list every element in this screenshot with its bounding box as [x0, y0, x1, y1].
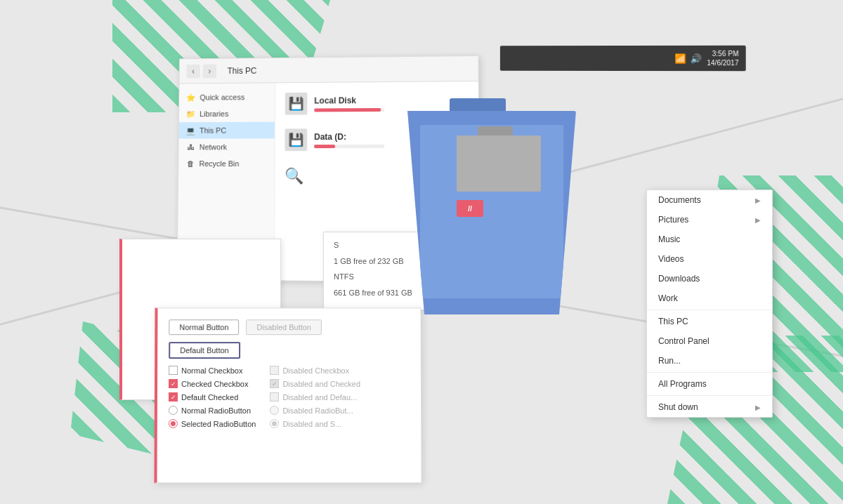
disabled-checkbox-box: [270, 366, 279, 375]
menu-item-thispc[interactable]: This PC: [647, 312, 772, 331]
recyclebin-icon: 🗑: [185, 159, 195, 168]
disabled-default-item: Disabled and Defau...: [270, 392, 360, 402]
buttons-row-1: Normal Button Disabled Button: [169, 319, 409, 335]
menu-label-music: Music: [658, 234, 680, 244]
volume-icon: 🔊: [690, 53, 701, 63]
checked-checkbox-item[interactable]: ✓ Checked Checkbox: [169, 379, 256, 388]
disabled-radio-label: Disabled RadioBut...: [282, 406, 353, 415]
normal-checkbox-item[interactable]: Normal Checkbox: [169, 366, 256, 375]
sidebar-item-quickaccess[interactable]: ⭐ Quick access: [179, 88, 275, 105]
drive-bar-bg-local: [314, 107, 384, 112]
menu-divider-1: [647, 310, 772, 310]
disabled-selected-radio-item: Disabled and S...: [270, 419, 360, 428]
disabled-button: Disabled Button: [246, 319, 321, 335]
menu-label-documents: Documents: [658, 195, 701, 205]
disabled-checked-item: ✓ Disabled and Checked: [270, 379, 360, 388]
menu-item-downloads[interactable]: Downloads: [647, 269, 772, 289]
menu-label-downloads: Downloads: [658, 274, 700, 284]
normal-radio-circle[interactable]: [169, 406, 178, 415]
normal-radio-label: Normal RadioButton: [181, 406, 251, 415]
menu-item-music[interactable]: Music: [647, 230, 772, 249]
checked-checkbox-box[interactable]: ✓: [169, 379, 178, 388]
menu-label-run: Run...: [658, 356, 681, 366]
clock-date: 14/6/2017: [707, 58, 738, 67]
network-label: Network: [200, 142, 227, 151]
checkboxes-col-left: Normal Checkbox ✓ Checked Checkbox ✓ Def…: [169, 366, 256, 428]
selected-radio-circle[interactable]: [169, 419, 178, 428]
quickaccess-icon: ⭐: [186, 93, 196, 102]
explorer-title: This PC: [228, 64, 471, 76]
menu-label-allprograms: All Programs: [658, 379, 707, 389]
disabled-radio-item: Disabled RadioBut...: [270, 406, 360, 415]
menu-item-work[interactable]: Work: [647, 289, 772, 308]
sidebar-item-network[interactable]: 🖧 Network: [178, 138, 274, 155]
default-button[interactable]: Default Button: [169, 342, 240, 359]
folder-gray-body: [457, 135, 541, 192]
sidebar-item-thispc[interactable]: 💻 This PC: [179, 122, 275, 139]
menu-arrow-documents: ▶: [755, 197, 761, 204]
checkboxes-col-right: Disabled Checkbox ✓ Disabled and Checked…: [270, 366, 360, 428]
normal-checkbox-box[interactable]: [169, 366, 178, 375]
titlebar-nav[interactable]: ‹ ›: [186, 64, 216, 78]
red-folder-button: //: [457, 200, 483, 217]
drive-bar-bg-data: [314, 144, 384, 147]
selected-radio-label: Selected RadioButton: [181, 420, 256, 428]
normal-button[interactable]: Normal Button: [169, 319, 239, 335]
context-menu: Documents ▶ Pictures ▶ Music Videos Down…: [646, 190, 773, 418]
menu-item-pictures[interactable]: Pictures ▶: [647, 210, 772, 230]
buttons-row-2: Default Button: [169, 342, 410, 359]
menu-label-videos: Videos: [658, 254, 684, 264]
taskbar: 📶 🔊 3:56 PM 14/6/2017: [500, 46, 746, 71]
menu-item-documents[interactable]: Documents ▶: [647, 190, 772, 210]
folder-blue-tab: [450, 98, 506, 112]
normal-radio-item[interactable]: Normal RadioButton: [169, 406, 256, 415]
checkboxes-section: Normal Checkbox ✓ Checked Checkbox ✓ Def…: [169, 366, 410, 428]
ui-components-panel: Normal Button Disabled Button Default Bu…: [154, 307, 422, 483]
menu-item-shutdown[interactable]: Shut down ▶: [647, 397, 772, 417]
taskbar-system-icons: 📶 🔊: [674, 53, 701, 63]
drive-icon-local: 💾: [285, 93, 308, 115]
network-icon: 🖧: [185, 142, 195, 152]
disabled-selected-radio-circle: [270, 419, 279, 428]
explorer-titlebar: ‹ › This PC: [180, 56, 478, 84]
libraries-label: Libraries: [200, 110, 228, 118]
taskbar-clock: 3:56 PM 14/6/2017: [707, 49, 738, 67]
menu-label-thispc: This PC: [658, 317, 688, 326]
normal-checkbox-label: Normal Checkbox: [181, 366, 242, 375]
menu-item-controlpanel[interactable]: Control Panel: [647, 331, 772, 351]
default-checked-item[interactable]: ✓ Default Checked: [169, 392, 256, 402]
libraries-icon: 📁: [186, 109, 196, 119]
checked-checkbox-label: Checked Checkbox: [181, 380, 248, 388]
clock-time: 3:56 PM: [707, 49, 738, 58]
default-checked-label: Default Checked: [181, 393, 238, 402]
menu-divider-3: [647, 395, 772, 396]
drive-icon-data: 💾: [285, 128, 307, 151]
menu-label-shutdown: Shut down: [658, 402, 698, 412]
menu-arrow-pictures: ▶: [755, 216, 761, 224]
menu-item-run[interactable]: Run...: [647, 351, 772, 371]
menu-label-work: Work: [658, 293, 678, 303]
menu-arrow-shutdown: ▶: [755, 404, 761, 411]
recyclebin-label: Recycle Bin: [199, 159, 239, 168]
search-magnifier-icon: 🔍: [285, 167, 303, 185]
wifi-icon: 📶: [674, 53, 686, 63]
menu-label-pictures: Pictures: [658, 215, 688, 225]
drive-bar-fill-local: [314, 107, 381, 111]
menu-item-allprograms[interactable]: All Programs: [647, 374, 772, 394]
quickaccess-label: Quick access: [200, 93, 244, 101]
disabled-checked-label: Disabled and Checked: [282, 380, 360, 388]
disabled-checkbox-item: Disabled Checkbox: [270, 366, 360, 375]
selected-radio-item[interactable]: Selected RadioButton: [169, 419, 256, 428]
menu-label-controlpanel: Control Panel: [658, 336, 710, 346]
default-checked-box[interactable]: ✓: [169, 392, 178, 402]
sidebar-item-libraries[interactable]: 📁 Libraries: [179, 105, 275, 122]
red-btn-decoration: //: [457, 200, 483, 217]
menu-item-videos[interactable]: Videos: [647, 249, 772, 269]
folder-gray-decoration: [457, 126, 541, 197]
nav-forward-button[interactable]: ›: [203, 64, 217, 78]
nav-back-button[interactable]: ‹: [186, 64, 200, 78]
disabled-default-label: Disabled and Defau...: [282, 393, 357, 402]
disabled-checked-box: ✓: [270, 379, 279, 388]
sidebar-item-recyclebin[interactable]: 🗑 Recycle Bin: [178, 155, 274, 172]
thispc-icon: 💻: [185, 126, 195, 135]
